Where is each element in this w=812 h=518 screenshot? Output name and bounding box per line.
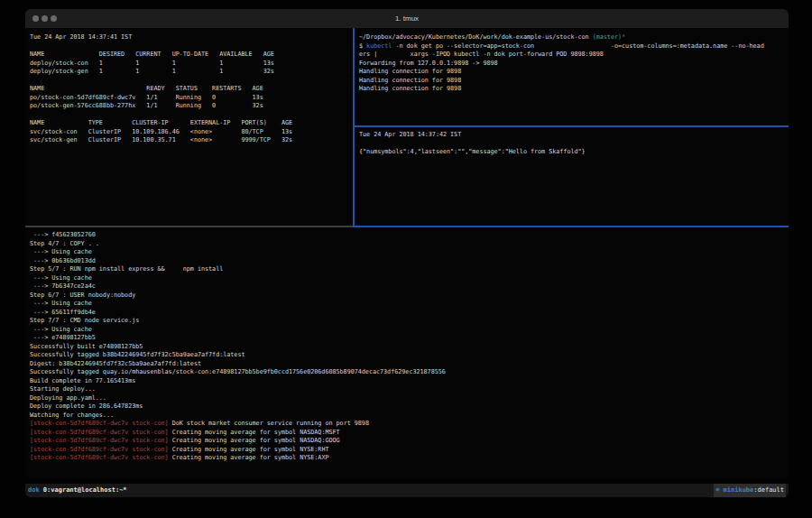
terminal-line: svc/stock-gen ClusterIP 10.100.35.71 <no… [30,136,353,145]
terminal-line: Tue 24 Apr 2018 14:37:42 IST [359,131,789,140]
terminal-line: {"numsymbols":4,"lastseen":"","message":… [359,148,789,157]
terminal-line: Successfully tagged b38b42246945fd7f32c5… [30,351,789,360]
terminal-line: NAME TYPE CLUSTER-IP EXTERNAL-IP PORT(S)… [30,119,353,128]
terminal-line: Deploy complete in 286.647823ms [30,402,789,412]
terminal-line [30,111,353,120]
terminal-line: Step 6/7 : USER nobody:nobody [30,291,789,301]
terminal-line: Handling connection for 9898 [359,85,789,94]
terminal-window: 1. tmux Tue 24 Apr 2018 14:37:41 IST NAM… [25,9,789,478]
terminal-line: ---> f45623052760 [30,231,789,240]
pane-port-forward[interactable]: ~/Dropbox/advocacy/Kubernetes/DoK/work/d… [355,30,789,125]
terminal-line: ~/Dropbox/advocacy/Kubernetes/DoK/work/d… [359,33,789,42]
terminal-line: ers | xargs -IPOD kubectl -n dok port-fo… [359,51,789,60]
terminal-line [30,42,353,51]
terminal-line: ---> e74898127bb5 [30,334,789,343]
terminal-line: po/stock-con-5d7df689cf-dwc7v 1/1 Runnin… [30,94,353,103]
session-name: dok [28,486,40,494]
terminal-line: Tue 24 Apr 2018 14:37:41 IST [30,33,353,42]
tmux-status-bar: dok 0:vagrant@localhost:~* ☸ minikube:de… [25,484,789,497]
terminal-line: Step 7/7 : CMD node service.js [30,317,789,326]
terminal-line: ---> Using cache [30,326,789,335]
terminal-line [359,140,789,149]
screenshot-canvas: 1. tmux Tue 24 Apr 2018 14:37:41 IST NAM… [0,0,812,518]
terminal-line [30,77,353,86]
terminal-line: [stock-con-5d7df689cf-dwc7v stock-con] C… [30,429,789,438]
pane-curl-output[interactable]: Tue 24 Apr 2018 14:37:42 IST {"numsymbol… [355,127,789,226]
terminal-line: ---> Using cache [30,274,789,283]
window-titlebar: 1. tmux [25,9,789,28]
terminal-line: ---> Using cache [30,248,789,257]
terminal-line: NAME READY STATUS RESTARTS AGE [30,85,353,94]
terminal-line: svc/stock-con ClusterIP 10.109.186.46 <n… [30,128,353,137]
window-title: 1. tmux [25,9,789,28]
terminal-line: Starting deploy... [30,385,789,394]
terminal-line: Handling connection for 9898 [359,77,789,86]
kube-context: minikube [724,486,754,494]
terminal-line: Build complete in 77.165413ms [30,377,789,386]
terminal-line: ---> 0b636bd013dd [30,257,789,266]
terminal-line: [stock-con-5d7df689cf-dwc7v stock-con] C… [30,454,789,463]
kube-namespace: :default [753,486,784,494]
terminal-line: Step 4/7 : COPY . . [30,240,789,249]
tmux-content: Tue 24 Apr 2018 14:37:41 IST NAME DESIRE… [25,28,789,465]
terminal-line: [stock-con-5d7df689cf-dwc7v stock-con] C… [30,446,789,455]
terminal-line: ---> Using cache [30,300,789,309]
terminal-line: deploy/stock-gen 1 1 1 1 32s [30,68,353,77]
terminal-line: Digest: b38b42246945fd7f32c5ba9aea7af7fd… [30,360,789,369]
terminal-line: [stock-con-5d7df689cf-dwc7v stock-con] D… [30,420,789,429]
terminal-line: Forwarding from 127.0.0.1:9898 -> 9898 [359,60,789,69]
status-right: ☸ minikube:default [714,484,786,497]
window-tab[interactable]: 0:vagrant@localhost:~* [40,486,127,494]
terminal-line: Successfully built e74898127bb5 [30,343,789,352]
terminal-line: Deploying app.yaml... [30,394,789,403]
terminal-line: Handling connection for 9898 [359,68,789,77]
terminal-line: Step 5/7 : RUN npm install express && np… [30,265,789,274]
terminal-line: [stock-con-5d7df689cf-dwc7v stock-con] C… [30,437,789,446]
terminal-line: deploy/stock-con 1 1 1 1 13s [30,60,353,69]
pane-kubectl-watch[interactable]: Tue 24 Apr 2018 14:37:41 IST NAME DESIRE… [27,30,353,226]
terminal-line: po/stock-gen-576cc688bb-277hx 1/1 Runnin… [30,102,353,111]
terminal-line: ---> 65611ff9db4e [30,309,789,318]
status-left: dok 0:vagrant@localhost:~* [28,484,127,497]
kubernetes-helm-icon: ☸ [715,486,723,494]
terminal-line: NAME DESIRED CURRENT UP-TO-DATE AVAILABL… [30,51,353,60]
terminal-line: $ kubectl -n dok get po --selector=app=s… [359,42,789,51]
terminal-line: Watching for changes... [30,412,789,421]
terminal-line: Successfully tagged quay.io/mhausenblas/… [30,368,789,377]
terminal-line: ---> 7b6347ce2a4c [30,282,789,291]
pane-skaffold-log[interactable]: ---> f45623052760Step 4/7 : COPY . . ---… [27,227,789,465]
